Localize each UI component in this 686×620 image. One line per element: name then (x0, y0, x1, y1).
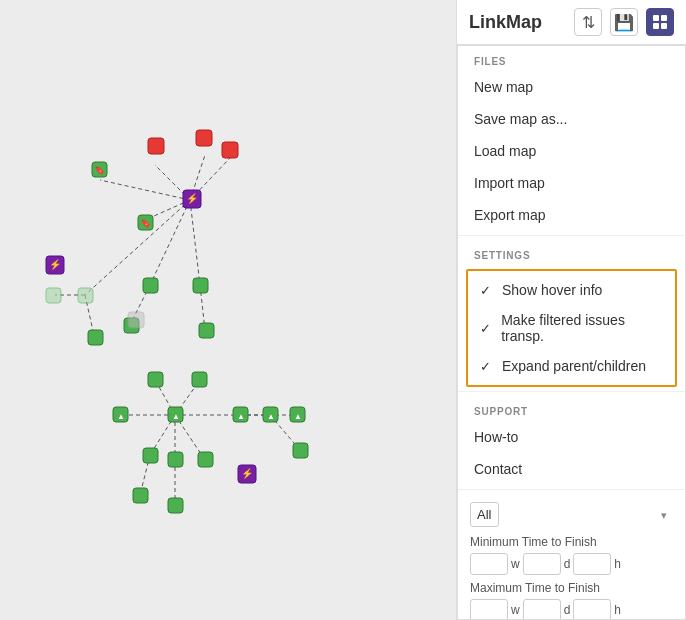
svg-text:▲: ▲ (267, 412, 275, 421)
svg-text:▲: ▲ (237, 412, 245, 421)
svg-rect-26 (222, 142, 238, 158)
svg-rect-47 (192, 372, 207, 387)
new-map-item[interactable]: New map (458, 71, 685, 103)
files-section-label: FILES (458, 46, 685, 71)
export-map-item[interactable]: Export map (458, 199, 685, 231)
max-time-h-input[interactable] (573, 599, 611, 620)
svg-rect-42 (128, 312, 144, 328)
min-time-d-input[interactable] (523, 553, 561, 575)
svg-text:🔖: 🔖 (140, 217, 152, 229)
all-select-wrapper: All (470, 502, 673, 527)
load-map-item[interactable]: Load map (458, 135, 685, 167)
max-w-label: w (511, 603, 520, 617)
svg-rect-33 (46, 288, 61, 303)
svg-line-7 (190, 200, 200, 285)
settings-section-label: SETTINGS (458, 240, 685, 265)
panel-header: LinkMap ⇅ 💾 (457, 0, 686, 45)
svg-text:🔖: 🔖 (94, 164, 106, 176)
make-filtered-item[interactable]: ✓ Make filtered issues transp. (468, 305, 675, 351)
save-map-as-item[interactable]: Save map as... (458, 103, 685, 135)
min-time-h-input[interactable] (573, 553, 611, 575)
svg-rect-56 (168, 498, 183, 513)
max-time-w-input[interactable] (470, 599, 508, 620)
map-canvas[interactable]: ⚡ 🔖 🔖 ⚡ ⚡ (0, 0, 456, 620)
svg-rect-54 (198, 452, 213, 467)
filter-area: All Minimum Time to Finish w d h Maximum… (458, 494, 685, 620)
max-d-label: d (564, 603, 571, 617)
panel-title: LinkMap (469, 12, 566, 33)
svg-line-3 (100, 180, 190, 200)
grid-button[interactable] (646, 8, 674, 36)
svg-text:▲: ▲ (294, 412, 302, 421)
settings-section: ✓ Show hover info ✓ Make filtered issues… (466, 269, 677, 387)
how-to-item[interactable]: How-to (458, 421, 685, 453)
svg-rect-25 (196, 130, 212, 146)
check-filtered-icon: ✓ (480, 321, 495, 336)
svg-rect-24 (148, 138, 164, 154)
min-time-row: w d h (470, 553, 673, 575)
svg-rect-34 (78, 288, 93, 303)
min-w-label: w (511, 557, 520, 571)
svg-rect-55 (293, 443, 308, 458)
link-map-svg: ⚡ 🔖 🔖 ⚡ ⚡ (0, 0, 456, 620)
min-d-label: d (564, 557, 571, 571)
support-section-label: SUPPORT (458, 396, 685, 421)
svg-text:▲: ▲ (172, 412, 180, 421)
divider-3 (458, 489, 685, 490)
svg-line-6 (150, 200, 190, 285)
svg-line-5 (85, 200, 190, 295)
expand-parent-item[interactable]: ✓ Expand parent/children (468, 351, 675, 381)
svg-rect-37 (88, 330, 103, 345)
import-map-item[interactable]: Import map (458, 167, 685, 199)
svg-rect-64 (661, 15, 667, 21)
svg-rect-46 (148, 372, 163, 387)
svg-rect-41 (199, 323, 214, 338)
max-h-label: h (614, 603, 621, 617)
svg-rect-52 (168, 452, 183, 467)
right-panel: LinkMap ⇅ 💾 FILES New map Save map as...… (456, 0, 686, 620)
svg-text:⚡: ⚡ (186, 192, 199, 205)
sort-button[interactable]: ⇅ (574, 8, 602, 36)
check-hover-icon: ✓ (480, 283, 496, 298)
min-time-label: Minimum Time to Finish (470, 535, 673, 549)
divider-2 (458, 391, 685, 392)
svg-rect-53 (143, 448, 158, 463)
svg-rect-65 (653, 23, 659, 29)
svg-rect-40 (193, 278, 208, 293)
svg-rect-57 (133, 488, 148, 503)
svg-rect-39 (143, 278, 158, 293)
svg-rect-63 (653, 15, 659, 21)
svg-rect-66 (661, 23, 667, 29)
min-time-w-input[interactable] (470, 553, 508, 575)
svg-text:▲: ▲ (117, 412, 125, 421)
max-time-d-input[interactable] (523, 599, 561, 620)
dropdown-menu: FILES New map Save map as... Load map Im… (457, 45, 686, 620)
svg-text:⚡: ⚡ (241, 467, 254, 480)
svg-text:⚡: ⚡ (49, 258, 62, 271)
show-hover-info-item[interactable]: ✓ Show hover info (468, 275, 675, 305)
all-filter-row: All (470, 502, 673, 527)
save-button[interactable]: 💾 (610, 8, 638, 36)
all-dropdown[interactable]: All (470, 502, 499, 527)
max-time-row: w d h (470, 599, 673, 620)
check-expand-icon: ✓ (480, 359, 496, 374)
max-time-label: Maximum Time to Finish (470, 581, 673, 595)
min-h-label: h (614, 557, 621, 571)
divider-1 (458, 235, 685, 236)
contact-item[interactable]: Contact (458, 453, 685, 485)
